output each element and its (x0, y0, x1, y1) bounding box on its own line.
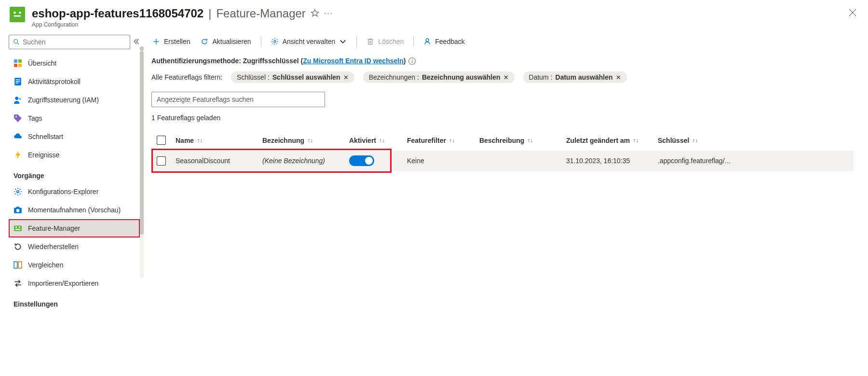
svg-rect-27 (15, 229, 20, 230)
col-label[interactable]: Bezeichnung↑↓ (258, 137, 344, 144)
svg-point-20 (17, 191, 19, 193)
refresh-button[interactable]: Aktualisieren (200, 35, 252, 48)
col-name[interactable]: Name↑↓ (171, 137, 258, 144)
chevron-down-icon (339, 38, 347, 45)
toolbar-separator (356, 36, 357, 47)
resource-icon (10, 7, 25, 22)
row-name: SeasonalDiscount (171, 157, 258, 165)
nav-config-explorer[interactable]: Konfigurations-Explorer (9, 182, 140, 201)
svg-marker-19 (15, 151, 20, 159)
config-explorer-icon (14, 187, 22, 196)
filter-label-pill[interactable]: Bezeichnungen : Bezeichnung auswählen ✕ (363, 71, 515, 83)
select-all-checkbox[interactable] (157, 136, 166, 145)
quickstart-icon (14, 132, 22, 141)
sidebar-scrollbar[interactable] (140, 51, 144, 278)
import-export-icon (14, 279, 22, 288)
nav-group-operations: Vorgänge (9, 164, 140, 182)
resource-name: eshop-app-features1168054702 (32, 7, 203, 20)
filter-key-pill[interactable]: Schlüssel : Schlüssel auswählen ✕ (231, 71, 354, 83)
feature-flag-search-input[interactable] (151, 92, 325, 107)
svg-rect-28 (14, 262, 17, 268)
svg-point-34 (274, 41, 276, 42)
events-icon (14, 151, 22, 159)
svg-marker-3 (311, 9, 318, 16)
nav-events[interactable]: Ereignisse (9, 146, 140, 164)
nav-quickstart[interactable]: Schnellstart (9, 127, 140, 146)
col-modified[interactable]: Zuletzt geändert am↑↓ (561, 137, 653, 144)
collapse-sidebar-button[interactable] (133, 38, 140, 46)
tags-icon (14, 114, 22, 123)
filter-date-pill[interactable]: Datum : Datum auswählen ✕ (523, 71, 627, 83)
switch-auth-link[interactable]: Zu Microsoft Entra ID wechseln (303, 57, 403, 65)
toolbar-separator (261, 36, 261, 47)
svg-point-23 (16, 209, 20, 212)
delete-button: Löschen (366, 35, 405, 48)
table-header: Name↑↓ Bezeichnung↑↓ Aktiviert↑↓ Feature… (151, 130, 854, 151)
svg-rect-22 (16, 207, 20, 208)
nav-activity-log[interactable]: Aktivitätsprotokoll (9, 72, 140, 91)
col-key[interactable]: Schlüssel↑↓ (653, 137, 854, 144)
svg-point-1 (19, 12, 21, 14)
page-title: Feature-Manager (216, 7, 305, 20)
col-feature-filter[interactable]: Featurefilter↑↓ (402, 137, 475, 144)
search-icon (13, 39, 20, 45)
clear-filter-icon[interactable]: ✕ (343, 74, 349, 81)
activity-log-icon (14, 77, 22, 86)
auth-method-label: Authentifizierungsmethode: Zugriffsschlü… (151, 57, 303, 65)
overview-icon (14, 59, 22, 68)
sidebar-search[interactable] (9, 35, 130, 49)
restore-icon (14, 242, 22, 251)
nav-iam[interactable]: Zugriffssteuerung (IAM) (9, 91, 140, 109)
toolbar-separator (413, 36, 414, 47)
row-key: .appconfig.featureflag/... (653, 157, 854, 165)
svg-point-40 (426, 39, 429, 42)
svg-rect-8 (14, 59, 17, 63)
sidebar-search-input[interactable] (23, 38, 126, 46)
compare-icon (14, 261, 22, 269)
nav-overview[interactable]: Übersicht (9, 54, 140, 72)
snapshots-icon (14, 206, 22, 214)
clear-filter-icon[interactable]: ✕ (616, 74, 621, 81)
feedback-button[interactable]: Feedback (422, 35, 465, 48)
nav-import-export[interactable]: Importieren/Exportieren (9, 274, 140, 292)
nav-restore[interactable]: Wiederherstellen (9, 237, 140, 256)
svg-point-26 (19, 226, 20, 228)
svg-rect-2 (14, 15, 21, 17)
feature-manager-icon (14, 224, 22, 233)
favorite-icon[interactable] (311, 9, 319, 19)
manage-view-button[interactable]: Ansicht verwalten (270, 35, 348, 48)
filter-label: Alle Featureflags filtern: (151, 73, 222, 81)
service-name: App Configuration (32, 21, 847, 28)
svg-point-18 (15, 116, 17, 117)
svg-rect-10 (14, 64, 17, 67)
svg-rect-11 (18, 64, 22, 67)
svg-rect-14 (16, 81, 20, 82)
col-description[interactable]: Beschreibung↑↓ (475, 137, 561, 144)
clear-filter-icon[interactable]: ✕ (503, 74, 509, 81)
svg-point-6 (14, 40, 18, 43)
svg-rect-29 (18, 262, 22, 268)
enabled-toggle[interactable] (349, 155, 374, 166)
title-separator: | (208, 7, 211, 20)
row-modified: 31.10.2023, 16:10:35 (561, 157, 653, 165)
iam-icon (14, 96, 22, 104)
col-enabled[interactable]: Aktiviert↑↓ (344, 137, 402, 144)
nav-feature-manager[interactable]: Feature-Manager (9, 219, 140, 237)
svg-rect-9 (18, 59, 22, 63)
close-button[interactable] (847, 7, 858, 21)
row-checkbox[interactable] (157, 156, 166, 166)
create-button[interactable]: Erstellen (151, 35, 191, 48)
info-icon[interactable]: i (408, 57, 416, 65)
nav-tags[interactable]: Tags (9, 109, 140, 127)
loaded-count: 1 Featureflags geladen (151, 114, 854, 122)
svg-point-16 (15, 97, 18, 100)
svg-rect-35 (368, 40, 372, 44)
svg-point-0 (14, 12, 16, 14)
nav-group-settings: Einstellungen (9, 292, 140, 311)
row-feature-filter: Keine (402, 157, 475, 165)
more-icon[interactable]: ··· (324, 9, 333, 18)
table-row[interactable]: SeasonalDiscount (Keine Bezeichnung) Kei… (151, 151, 854, 171)
nav-snapshots[interactable]: Momentaufnahmen (Vorschau) (9, 201, 140, 219)
svg-point-17 (19, 98, 21, 100)
nav-compare[interactable]: Vergleichen (9, 256, 140, 274)
